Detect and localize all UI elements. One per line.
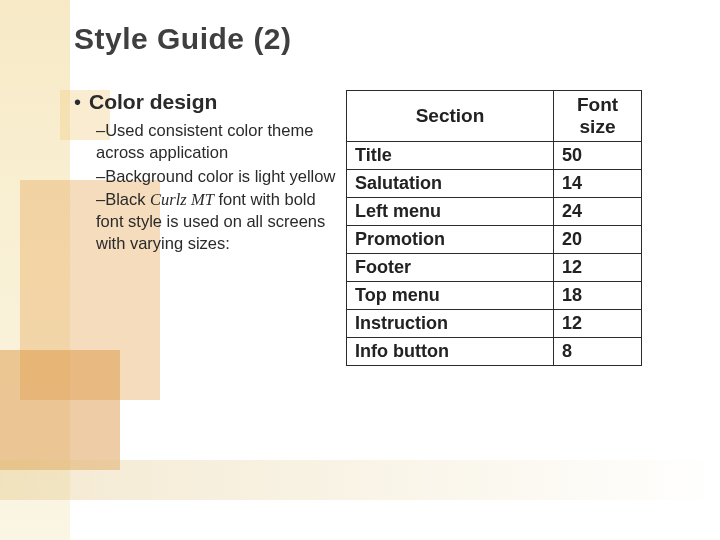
bullet-dot-icon: • [74, 92, 81, 112]
page-title: Style Guide (2) [74, 22, 682, 56]
cell-section: Instruction [347, 310, 554, 338]
sub-bullets: –Used consistent color theme across appl… [96, 120, 346, 255]
bullet-label: Color design [89, 90, 217, 114]
cell-size: 14 [554, 170, 642, 198]
content-row: • Color design –Used consistent color th… [74, 90, 682, 366]
cell-section: Promotion [347, 226, 554, 254]
table-row: Left menu 24 [347, 198, 642, 226]
sub-bullet: –Used consistent color theme across appl… [96, 120, 346, 164]
table-row: Top menu 18 [347, 282, 642, 310]
table-row: Footer 12 [347, 254, 642, 282]
cell-section: Footer [347, 254, 554, 282]
cell-size: 20 [554, 226, 642, 254]
table-row: Promotion 20 [347, 226, 642, 254]
cell-size: 12 [554, 254, 642, 282]
right-column: Section Font size Title 50 Salutation 14… [346, 90, 682, 366]
cell-section: Top menu [347, 282, 554, 310]
sub-bullet: –Background color is light yellow [96, 166, 346, 188]
cell-size: 12 [554, 310, 642, 338]
sub-bullet: –Black Curlz MT font with bold font styl… [96, 189, 346, 254]
table-row: Title 50 [347, 142, 642, 170]
cell-size: 18 [554, 282, 642, 310]
cell-size: 24 [554, 198, 642, 226]
cell-section: Left menu [347, 198, 554, 226]
cell-size: 8 [554, 338, 642, 366]
col-header-font-size: Font size [554, 91, 642, 142]
cell-section: Info button [347, 338, 554, 366]
cell-section: Salutation [347, 170, 554, 198]
table-row: Salutation 14 [347, 170, 642, 198]
cell-size: 50 [554, 142, 642, 170]
cell-section: Title [347, 142, 554, 170]
slide: Style Guide (2) • Color design –Used con… [0, 0, 720, 540]
bullet-color-design: • Color design [74, 90, 346, 114]
curlz-font-name: Curlz MT [150, 190, 214, 209]
col-header-section: Section [347, 91, 554, 142]
table-header-row: Section Font size [347, 91, 642, 142]
left-column: • Color design –Used consistent color th… [74, 90, 346, 255]
font-size-table: Section Font size Title 50 Salutation 14… [346, 90, 642, 366]
table-row: Info button 8 [347, 338, 642, 366]
table-row: Instruction 12 [347, 310, 642, 338]
